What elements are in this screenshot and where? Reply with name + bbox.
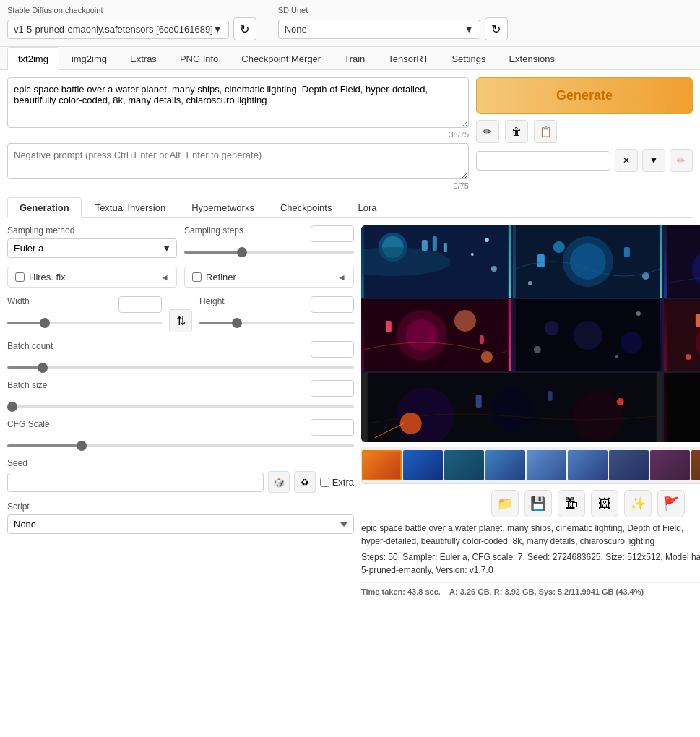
width-input[interactable]: 512 bbox=[118, 296, 162, 313]
styles-dropdown-btn[interactable]: ▼ bbox=[642, 149, 665, 172]
refiner-toggle[interactable]: ◄ bbox=[337, 272, 346, 283]
tab-extras[interactable]: Extras bbox=[119, 47, 168, 70]
checkpoint-dropdown[interactable]: v1-5-pruned-emaonly.safetensors [6ce0161… bbox=[7, 20, 229, 39]
svg-point-49 bbox=[574, 391, 624, 441]
generate-button[interactable]: Generate bbox=[476, 77, 693, 114]
info-btn[interactable]: 🚩 bbox=[657, 490, 685, 517]
checkpoint-select: v1-5-pruned-emaonly.safetensors [6ce0161… bbox=[7, 17, 256, 40]
svg-rect-30 bbox=[480, 335, 484, 344]
hires-fix-checkbox[interactable] bbox=[15, 272, 25, 282]
dice-btn[interactable]: 🎲 bbox=[268, 471, 290, 493]
thumbnail-6[interactable] bbox=[568, 450, 608, 480]
share-btn[interactable]: ✨ bbox=[624, 490, 652, 517]
sampling-method-select[interactable]: Euler a Euler LMS bbox=[7, 238, 177, 258]
width-slider[interactable] bbox=[7, 322, 162, 324]
svg-point-37 bbox=[636, 311, 640, 316]
grid-cell-large[interactable] bbox=[361, 373, 662, 442]
positive-prompt-input[interactable]: epic space battle over a water planet, m… bbox=[7, 77, 469, 128]
extra-checkbox-label[interactable]: Extra bbox=[320, 477, 354, 488]
grid-cell-3[interactable] bbox=[664, 225, 700, 298]
clipboard-icon-btn[interactable]: 📋 bbox=[534, 120, 557, 143]
grid-cell-6[interactable] bbox=[664, 299, 700, 371]
top-bar: Stable Diffusion checkpoint v1-5-pruned-… bbox=[0, 0, 700, 47]
sampling-steps-slider[interactable] bbox=[184, 251, 354, 254]
tab-settings[interactable]: Settings bbox=[441, 47, 496, 70]
height-input[interactable]: 512 bbox=[311, 296, 354, 313]
tab-png-info[interactable]: PNG Info bbox=[169, 47, 229, 70]
tab-img2img[interactable]: img2img bbox=[61, 47, 118, 70]
hires-fix-label[interactable]: Hires. fix bbox=[29, 272, 66, 283]
sub-tab-hypernetworks[interactable]: Hypernetworks bbox=[179, 197, 267, 218]
batch-size-label: Batch size bbox=[7, 380, 47, 394]
checkpoint-refresh-btn[interactable]: ↻ bbox=[233, 17, 256, 40]
thumbnail-9[interactable] bbox=[691, 450, 700, 480]
tab-tensorrt[interactable]: TensorRT bbox=[377, 47, 439, 70]
thumbnail-5[interactable] bbox=[527, 450, 566, 480]
styles-apply-btn[interactable]: ✏ bbox=[670, 149, 693, 172]
thumbnail-3[interactable] bbox=[444, 450, 484, 480]
space-art-2 bbox=[513, 225, 663, 298]
thumbnail-2[interactable] bbox=[403, 450, 443, 480]
grid-cell-5[interactable] bbox=[513, 299, 663, 371]
tab-extensions[interactable]: Extensions bbox=[498, 47, 566, 70]
image-grid-inner bbox=[361, 225, 700, 442]
sub-tab-lora[interactable]: Lora bbox=[345, 197, 389, 218]
image-grid: ⬇ ✕ bbox=[361, 225, 700, 442]
space-art-dark bbox=[664, 373, 700, 442]
unet-select-row: None ▼ ↻ bbox=[278, 17, 508, 40]
seed-input[interactable]: -1 bbox=[7, 473, 264, 492]
cfg-scale-input[interactable]: 7 bbox=[311, 419, 354, 436]
thumbnail-8[interactable] bbox=[650, 450, 690, 480]
unet-dropdown[interactable]: None ▼ bbox=[278, 20, 480, 39]
vram-info: A: 3.26 GB, R: 3.92 GB, Sys: 5.2/11.9941… bbox=[449, 587, 644, 596]
open-folder-btn[interactable]: 📁 bbox=[491, 490, 519, 517]
recycle-btn[interactable]: ♻ bbox=[294, 471, 316, 493]
batch-size-input[interactable]: 1 bbox=[311, 380, 354, 397]
tab-checkpoint-merger[interactable]: Checkpoint Merger bbox=[230, 47, 332, 70]
show-image-btn[interactable]: 🖼 bbox=[591, 490, 618, 517]
svg-rect-51 bbox=[476, 395, 482, 408]
space-art-large bbox=[361, 373, 662, 442]
refiner-checkbox[interactable] bbox=[192, 272, 202, 282]
grid-cell-dark[interactable] bbox=[664, 373, 700, 442]
styles-input[interactable] bbox=[476, 151, 610, 171]
negative-prompt-input[interactable] bbox=[7, 143, 469, 179]
sampling-steps-input[interactable]: 50 bbox=[311, 225, 354, 242]
hires-fix-toggle[interactable]: ◄ bbox=[160, 272, 169, 283]
height-slider[interactable] bbox=[199, 322, 354, 324]
trash-icon-btn[interactable]: 🗑 bbox=[505, 120, 528, 143]
sub-tab-textual-inversion[interactable]: Textual Inversion bbox=[83, 197, 178, 218]
cfg-scale-slider[interactable] bbox=[7, 444, 354, 447]
batch-size-slider[interactable] bbox=[7, 405, 354, 408]
thumbnail-4[interactable] bbox=[485, 450, 525, 480]
thumbnail-1[interactable] bbox=[362, 450, 402, 480]
hires-refiner-row: Hires. fix ◄ Refiner ◄ bbox=[7, 267, 354, 288]
batch-count-input[interactable]: 10 bbox=[311, 341, 354, 358]
grid-cell-1[interactable] bbox=[361, 225, 511, 298]
edit-icon-btn[interactable]: ✏ bbox=[476, 120, 499, 143]
batch-count-slider[interactable] bbox=[7, 366, 354, 369]
svg-rect-6 bbox=[444, 243, 447, 252]
sub-tab-checkpoints[interactable]: Checkpoints bbox=[268, 197, 345, 218]
thumbnail-7[interactable] bbox=[609, 450, 649, 480]
extra-checkbox[interactable] bbox=[320, 478, 329, 487]
grid-cell-2[interactable] bbox=[513, 225, 663, 298]
image-prompt-text: epic space battle over a water planet, m… bbox=[361, 522, 700, 548]
sampling-steps-section: Sampling steps 50 bbox=[184, 225, 354, 258]
sub-tabs: Generation Textual Inversion Hypernetwor… bbox=[7, 197, 693, 218]
tab-train[interactable]: Train bbox=[333, 47, 376, 70]
styles-clear-btn[interactable]: ✕ bbox=[615, 149, 638, 172]
refiner-label[interactable]: Refiner bbox=[206, 272, 236, 283]
thumbnails bbox=[361, 447, 700, 484]
swap-wh-btn[interactable]: ⇅ bbox=[169, 309, 192, 332]
script-select[interactable]: None bbox=[7, 514, 354, 534]
unet-refresh-btn[interactable]: ↻ bbox=[485, 17, 508, 40]
image-description: epic space battle over a water planet, m… bbox=[361, 522, 700, 577]
svg-point-9 bbox=[491, 266, 497, 272]
save-zip-btn[interactable]: 🗜 bbox=[558, 490, 585, 517]
tab-txt2img[interactable]: txt2img bbox=[7, 47, 59, 70]
save-btn[interactable]: 💾 bbox=[524, 490, 552, 517]
grid-cell-4[interactable] bbox=[361, 299, 511, 371]
sub-tab-generation[interactable]: Generation bbox=[7, 197, 82, 218]
positive-prompt-counter: 38/75 bbox=[7, 130, 469, 139]
